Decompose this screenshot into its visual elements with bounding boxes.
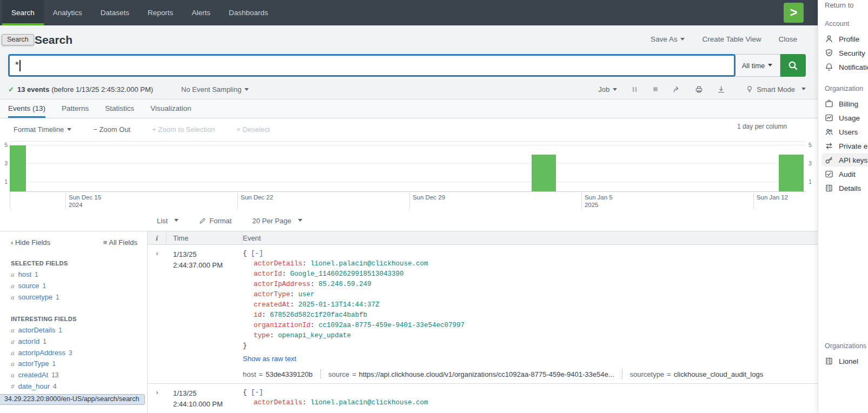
format-timeline-menu[interactable]: Format Timeline (14, 125, 71, 134)
event-row: › 1/13/25 2:44:37.000 PM { [-] actorDeta… (148, 245, 818, 384)
json-field[interactable]: actorType: user (243, 290, 818, 300)
json-field[interactable]: id: 678526d582c1f20fac4babfb (243, 310, 818, 321)
nav-item-reports[interactable]: Reports (138, 0, 182, 25)
nav-item-analytics[interactable]: Analytics (44, 0, 91, 25)
field-item-actorDetails[interactable]: aactorDetails1 (0, 325, 147, 336)
job-status-bar: ✓ 13 events (before 1/13/25 2:45:32.000 … (8, 79, 806, 99)
meta-sourcetype-value[interactable]: clickhouse_cloud_audit_logs (674, 370, 764, 378)
results-area: ‹ Hide Fields ≡ All Fields SELECTED FIEL… (0, 231, 818, 413)
usage-chart-icon (825, 114, 833, 122)
search-header-area: New Search Search Save As Create Table V… (0, 25, 818, 99)
nav-item-datasets[interactable]: Datasets (91, 0, 138, 25)
meta-host-value[interactable]: 53de4339120b (266, 370, 313, 378)
json-field[interactable]: type: openapi_key_update (243, 331, 818, 341)
tab-patterns[interactable]: Patterns (62, 99, 89, 118)
menu-item-audit[interactable]: Audit (818, 167, 868, 181)
event-expand-button[interactable]: › (148, 384, 167, 413)
json-field[interactable]: organizationId: cc1092aa-8775-459e-9401-… (243, 321, 818, 331)
events-table: i Time Event › 1/13/25 2:44:37.000 PM { … (148, 231, 818, 413)
all-fields-button[interactable]: ≡ All Fields (103, 238, 137, 247)
tab-statistics[interactable]: Statistics (105, 99, 134, 118)
x-axis-tick (65, 192, 66, 209)
json-field[interactable]: createdAt: 2025-01-13T14:44:37Z (243, 300, 818, 310)
event-time: 1/13/25 2:44:37.000 PM (167, 245, 242, 383)
json-field[interactable]: actorId: Google_114602629918513043390 (243, 269, 818, 279)
pause-button[interactable] (631, 86, 638, 93)
event-expand-button[interactable]: › (148, 245, 167, 383)
splunk-window: Search Analytics Datasets Reports Alerts… (0, 0, 818, 413)
field-item-actorIpAddress[interactable]: aactorIpAddress3 (0, 348, 147, 359)
field-item-source[interactable]: asource1 (0, 281, 147, 292)
menu-item-profile[interactable]: Profile (818, 32, 868, 46)
y-axis-label: 5 (809, 142, 815, 148)
event-meta-row: host=53de4339120b source=https://api.cli… (243, 370, 818, 378)
tab-visualization[interactable]: Visualization (150, 99, 191, 118)
field-item-host[interactable]: ahost1 (0, 269, 147, 281)
job-controls: Job Smart Mode (598, 85, 806, 94)
menu-item-private-endpoints[interactable]: Private endpoints (818, 139, 868, 153)
meta-source-value[interactable]: https://api.clickhouse.cloud/v1/organiza… (359, 370, 614, 378)
close-button[interactable]: Close (778, 35, 797, 43)
menu-item-billing[interactable]: Billing (818, 97, 868, 111)
job-menu[interactable]: Job (598, 85, 617, 94)
search-input[interactable]: * (8, 54, 736, 77)
nav-item-dashboards[interactable]: Dashboards (220, 0, 277, 25)
event-column-header: Event (242, 234, 818, 242)
x-axis-tick (237, 192, 238, 209)
stop-button[interactable] (652, 86, 659, 92)
show-raw-text-link[interactable]: Show as raw text (243, 355, 296, 363)
export-button[interactable] (717, 85, 725, 94)
menu-item-usage[interactable]: Usage (818, 111, 868, 125)
field-item-date_hour[interactable]: #date_hour4 (0, 381, 147, 392)
header-actions: Save As Create Table View Close (651, 35, 797, 43)
return-to-link[interactable]: Return to (818, 0, 868, 9)
hide-fields-button[interactable]: ‹ Hide Fields (11, 238, 50, 247)
event-time: 1/13/25 2:44:10.000 PM (167, 384, 242, 413)
json-field[interactable]: actorDetails: lionel.palacin@clickhouse.… (243, 259, 818, 269)
menu-item-details[interactable]: Details (818, 181, 868, 195)
field-item-actorType[interactable]: aactorType1 (0, 358, 147, 370)
app-navbar: Search Analytics Datasets Reports Alerts… (0, 0, 818, 25)
menu-item-users[interactable]: Users (818, 125, 868, 139)
splunk-logo-icon[interactable]: > (784, 3, 804, 23)
field-item-createdAt[interactable]: acreatedAt13 (0, 370, 147, 381)
x-axis-label: Sun Dec 29 (413, 194, 445, 202)
search-button[interactable] (780, 54, 806, 77)
zoom-to-selection-button[interactable]: + Zoom to Selection (152, 125, 215, 134)
timeline-bar[interactable] (532, 155, 556, 191)
save-as-button[interactable]: Save As (651, 35, 685, 43)
print-button[interactable] (695, 85, 703, 94)
menu-item-security[interactable]: Security (818, 46, 868, 60)
y-axis-label: 5 (2, 142, 8, 148)
time-range-picker[interactable]: All time (734, 54, 780, 77)
menu-item-notifications[interactable]: Notifications (818, 60, 868, 74)
tab-events[interactable]: Events (13) (8, 99, 45, 118)
share-button[interactable] (673, 85, 681, 94)
chevron-down-icon (768, 64, 772, 66)
y-axis-label: 3 (809, 160, 815, 166)
menu-item-organization-lionel[interactable]: Lionel (818, 354, 868, 368)
json-collapse-toggle[interactable]: [-] (251, 389, 263, 396)
nav-item-search[interactable]: Search (2, 0, 44, 25)
timeline-bar[interactable] (779, 155, 804, 191)
list-view-menu[interactable]: List (157, 217, 178, 225)
field-item-sourcetype[interactable]: asourcetype1 (0, 292, 147, 303)
x-icon: × (236, 125, 241, 134)
per-page-menu[interactable]: 20 Per Page (252, 217, 302, 225)
deselect-button[interactable]: × Deselect (236, 125, 270, 134)
timeline-plot[interactable]: 113355 (10, 141, 806, 192)
timeline-bar[interactable] (10, 145, 26, 191)
search-mode-menu[interactable]: Smart Mode (746, 85, 806, 94)
divider (622, 370, 622, 378)
json-collapse-toggle[interactable]: [-] (251, 250, 263, 257)
chevron-down-icon (801, 88, 806, 90)
menu-item-api-keys[interactable]: API keys (821, 153, 868, 167)
event-sampling-menu[interactable]: No Event Sampling (181, 85, 249, 94)
zoom-out-button[interactable]: − Zoom Out (93, 125, 130, 134)
field-item-actorId[interactable]: aactorId1 (0, 336, 147, 348)
create-table-view-button[interactable]: Create Table View (702, 35, 761, 43)
json-field[interactable]: actorIpAddress: 85.246.59.249 (243, 279, 818, 290)
format-results-button[interactable]: Format (199, 217, 231, 225)
nav-item-alerts[interactable]: Alerts (182, 0, 220, 25)
json-field[interactable]: actorDetails: lionel.palacin@clickhouse.… (243, 398, 818, 408)
